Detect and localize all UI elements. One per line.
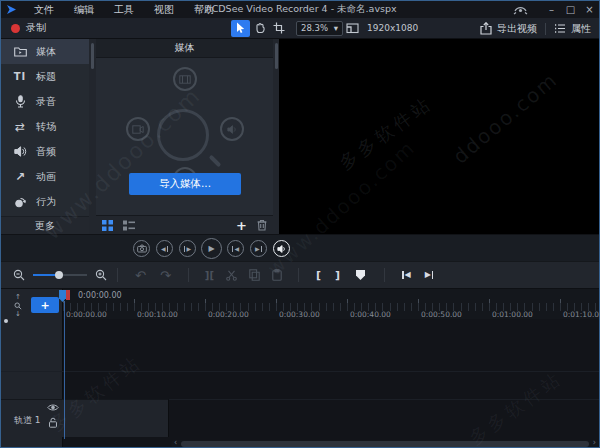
add-marker-button[interactable]: [356, 270, 365, 280]
sidebar-item-audio[interactable]: 音频: [1, 139, 89, 164]
sidebar-item-animation[interactable]: ↗ 动画: [1, 164, 89, 189]
mute-button[interactable]: [273, 240, 290, 257]
cut-button[interactable]: [226, 270, 237, 281]
ruler-label: 0:00:30.00: [279, 310, 320, 319]
go-to-end-button[interactable]: ▶: [250, 240, 267, 257]
title-bar: 文件 编辑 工具 视图 帮助 ACDSee Video Recorder 4 -…: [1, 1, 600, 18]
select-tool-button[interactable]: [231, 20, 250, 37]
sidebar-item-titles[interactable]: TI 标题: [1, 64, 89, 89]
media-panel-footer: +: [96, 215, 273, 234]
previous-frame-button[interactable]: ◀: [156, 240, 173, 257]
camera-icon: [137, 244, 147, 253]
playhead-line[interactable]: [64, 301, 65, 439]
split-clip-button[interactable]: ][: [205, 270, 214, 281]
sidebar-item-media[interactable]: 媒体: [1, 39, 89, 64]
export-icon: [480, 22, 492, 35]
timeline-horizontal-scrollbar[interactable]: ‹ ›: [171, 440, 599, 448]
paste-icon: [272, 269, 282, 281]
playhead-marker[interactable]: [59, 290, 71, 303]
snapshot-button[interactable]: [133, 240, 150, 257]
timeline-zoom-slider[interactable]: [33, 274, 87, 276]
ruler-label: 0:00:50.00: [421, 310, 462, 319]
sidebar-scrollbar[interactable]: [89, 39, 96, 234]
record-button[interactable]: 录制: [11, 21, 46, 35]
title-text-icon: TI: [13, 71, 27, 82]
scrollbar-thumb[interactable]: [275, 43, 278, 69]
canvas-size-button[interactable]: [343, 20, 362, 37]
sidebar-item-transitions[interactable]: ⇄ 转场: [1, 114, 89, 139]
scrollbar-thumb[interactable]: [91, 43, 94, 69]
maximize-button[interactable]: □: [561, 1, 580, 18]
transition-arrows-icon: ⇄: [13, 120, 27, 134]
ruler-label: 0:00:40.00: [350, 310, 391, 319]
menu-tools[interactable]: 工具: [104, 1, 144, 18]
jump-to-end-button[interactable]: ▶: [425, 271, 434, 279]
media-folder-icon: [13, 46, 27, 57]
play-button[interactable]: ▶: [201, 238, 222, 259]
menu-view[interactable]: 视图: [144, 1, 184, 18]
add-track-button[interactable]: +: [31, 297, 59, 313]
lock-icon: [48, 417, 58, 428]
crop-icon: [273, 22, 285, 34]
menu-edit[interactable]: 编辑: [64, 1, 104, 18]
jump-to-start-button[interactable]: ◀: [402, 271, 411, 279]
audio-speaker-icon: [220, 117, 244, 141]
grid-view-button[interactable]: [102, 220, 113, 231]
film-strip-icon: [173, 67, 197, 91]
sidebar-more-button[interactable]: 更多: [1, 216, 89, 234]
eye-icon: [47, 403, 59, 412]
sidebar-item-label: 行为: [36, 195, 56, 209]
track-lock-button[interactable]: [48, 417, 58, 428]
delete-media-button[interactable]: [257, 219, 267, 231]
list-view-button[interactable]: [123, 220, 135, 231]
properties-button[interactable]: 属性: [554, 22, 591, 36]
close-button[interactable]: ×: [580, 1, 599, 18]
timeline-ruler[interactable]: 0:00:00.00 0:00:00.00 0:00:10.00 0:00:20…: [63, 289, 600, 319]
menu-file[interactable]: 文件: [24, 1, 64, 18]
sidebar-item-label: 音频: [36, 145, 56, 159]
copy-icon: [249, 269, 260, 281]
timeline-zoom-in-button[interactable]: [95, 269, 107, 281]
undo-button[interactable]: ↶: [135, 268, 146, 283]
crop-tool-button[interactable]: [269, 20, 288, 37]
add-media-button[interactable]: +: [236, 218, 247, 233]
zoom-level-value: 28.3%: [301, 23, 328, 33]
track-name: 轨道 1: [14, 414, 41, 427]
track-header[interactable]: 轨道 1: [1, 399, 169, 437]
window-title: ACDSee Video Recorder 4 - 未命名.avspx: [205, 1, 396, 18]
minimize-button[interactable]: –: [542, 1, 561, 18]
timeline-zoom-out-button[interactable]: [13, 269, 25, 281]
preview-canvas[interactable]: [279, 39, 600, 234]
behavior-icon: [13, 196, 27, 208]
import-media-button[interactable]: 导入媒体...: [129, 173, 241, 195]
scroll-left-arrow[interactable]: ‹: [174, 438, 177, 447]
properties-label: 属性: [571, 22, 591, 36]
export-video-button[interactable]: 导出视频: [480, 22, 537, 36]
sidebar-item-label: 动画: [36, 170, 56, 184]
sidebar-item-behaviors[interactable]: 行为: [1, 189, 89, 214]
arrow-down-icon[interactable]: ↓: [15, 310, 21, 319]
scroll-right-arrow[interactable]: ›: [593, 438, 596, 447]
mark-in-button[interactable]: [: [316, 269, 321, 282]
pan-tool-button[interactable]: [250, 20, 269, 37]
copy-button[interactable]: [249, 269, 260, 281]
sidebar-item-record-audio[interactable]: 录音: [1, 89, 89, 114]
ruler-label: 0:01:10.00: [563, 310, 600, 319]
app-window: 文件 编辑 工具 视图 帮助 ACDSee Video Recorder 4 -…: [0, 0, 600, 448]
track-visibility-button[interactable]: [47, 403, 59, 412]
record-label: 录制: [26, 21, 46, 35]
hand-icon: [254, 22, 266, 34]
redo-button[interactable]: ↷: [160, 268, 171, 283]
video-clip-icon: [126, 117, 150, 141]
paste-button[interactable]: [272, 269, 282, 281]
mark-out-button[interactable]: ]: [335, 269, 340, 282]
zoom-slider-knob[interactable]: [55, 271, 63, 279]
next-frame-button[interactable]: ▶: [179, 240, 196, 257]
arrow-up-icon[interactable]: ↑: [15, 293, 21, 302]
properties-icon: [554, 23, 566, 34]
scrollbar-thumb[interactable]: [181, 441, 589, 447]
track-height-control[interactable]: ↑ ↓: [11, 293, 25, 319]
acdsee-logo-icon: [513, 4, 528, 15]
go-to-start-button[interactable]: ◀: [227, 240, 244, 257]
zoom-level-select[interactable]: 28.3% ▾: [296, 21, 343, 36]
